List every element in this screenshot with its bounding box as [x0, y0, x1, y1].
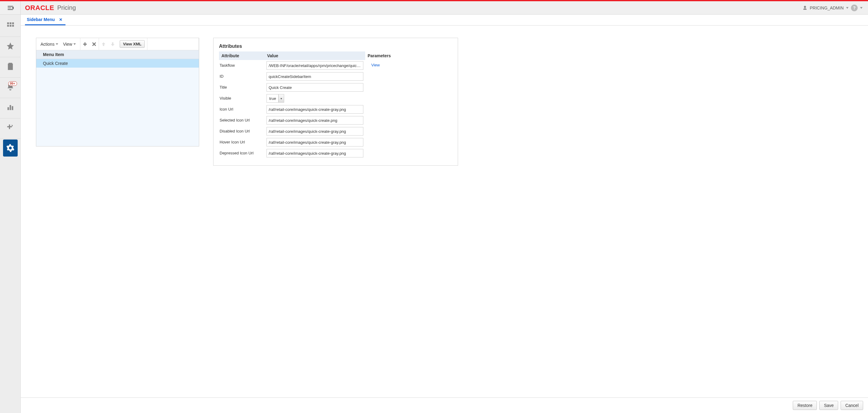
bar-chart-icon	[6, 103, 14, 112]
attr-input[interactable]	[267, 127, 363, 135]
rail-divider	[0, 77, 21, 78]
attr-select-value: true	[267, 96, 278, 101]
arrow-down-icon	[110, 41, 116, 47]
attr-value-cell	[265, 82, 365, 93]
restore-button[interactable]: Restore	[793, 401, 817, 410]
param-cell	[365, 137, 451, 148]
gear-icon	[6, 144, 14, 152]
menu-row-label: Quick Create	[43, 61, 68, 66]
rail-divider	[0, 36, 21, 37]
svg-rect-4	[9, 25, 11, 27]
delete-button[interactable]	[90, 38, 99, 50]
notification-badge: 99+	[8, 81, 17, 86]
attr-select[interactable]: true▾	[267, 94, 284, 103]
param-cell	[365, 82, 451, 93]
attr-value-cell	[265, 104, 365, 115]
rail-divider	[0, 57, 21, 57]
caret-down-icon	[73, 43, 76, 45]
menu-toolbar: Actions View	[36, 38, 199, 50]
tab-label: Sidebar Menu	[27, 17, 55, 22]
attr-input[interactable]	[267, 105, 363, 114]
caret-down-icon	[846, 7, 848, 9]
attr-label: Disabled Icon Url	[219, 126, 265, 137]
tab-close-icon[interactable]: ✕	[59, 18, 62, 22]
param-cell	[365, 148, 451, 159]
attributes-grid: Attribute Value Parameters TaskflowViewI…	[219, 52, 451, 159]
nav-collapse-button[interactable]	[0, 1, 21, 14]
view-label: View	[63, 42, 72, 46]
left-rail: 99+	[0, 14, 21, 413]
attr-label: Selected Icon Url	[219, 115, 265, 126]
attr-label: Taskflow	[219, 60, 265, 71]
rail-quick-create-button[interactable]	[3, 119, 18, 136]
param-cell	[365, 126, 451, 137]
plus-icon	[82, 41, 88, 47]
arrow-up-icon	[101, 41, 106, 47]
attr-label: Title	[219, 82, 265, 93]
attr-value-cell	[265, 115, 365, 126]
menu-rows: Quick Create	[36, 59, 199, 146]
attr-label: Visible	[219, 93, 265, 104]
app-title: Pricing	[57, 4, 76, 11]
tab-sidebar-menu[interactable]: Sidebar Menu ✕	[25, 15, 65, 25]
svg-rect-8	[11, 106, 13, 110]
actions-label: Actions	[40, 42, 55, 46]
attr-input[interactable]	[267, 138, 363, 147]
chevron-down-icon: ▾	[278, 94, 284, 102]
attr-value-cell: true▾	[265, 93, 365, 104]
attr-label: ID	[219, 71, 265, 82]
param-cell	[365, 115, 451, 126]
param-view-link[interactable]: View	[371, 63, 380, 67]
menu-row[interactable]: Quick Create	[36, 59, 199, 68]
footer: Restore Save Cancel	[21, 398, 868, 413]
attr-input[interactable]	[267, 83, 363, 92]
save-button[interactable]: Save	[819, 401, 838, 410]
move-down-button[interactable]	[108, 38, 117, 50]
content: Actions View	[21, 26, 868, 398]
help-icon[interactable]: ?	[851, 5, 858, 11]
view-menu[interactable]: View	[61, 38, 78, 50]
rail-divider	[0, 98, 21, 98]
rail-apps-button[interactable]	[3, 17, 18, 34]
rail-tasks-button[interactable]	[3, 58, 18, 75]
cancel-button[interactable]: Cancel	[841, 401, 863, 410]
actions-menu[interactable]: Actions	[38, 38, 61, 50]
param-cell	[365, 104, 451, 115]
star-icon	[6, 42, 14, 50]
attr-label: Icon Url	[219, 104, 265, 115]
svg-rect-6	[7, 107, 9, 110]
rail-notifications-button[interactable]: 99+	[3, 78, 18, 95]
user-menu[interactable]: PRICING_ADMIN ?	[803, 5, 868, 11]
attr-value-cell	[265, 71, 365, 82]
svg-rect-5	[12, 25, 14, 27]
nav-collapse-icon	[6, 4, 14, 12]
rail-settings-button[interactable]	[3, 139, 18, 157]
panels: Actions View	[36, 38, 859, 166]
attributes-title: Attributes	[219, 43, 451, 49]
grid-icon	[6, 21, 14, 30]
attr-value-cell	[265, 126, 365, 137]
attr-input[interactable]	[267, 72, 363, 81]
user-icon	[803, 5, 807, 10]
move-up-button[interactable]	[99, 38, 108, 50]
rail-favorites-button[interactable]	[3, 37, 18, 55]
add-button[interactable]	[81, 38, 90, 50]
col-parameters: Parameters	[365, 52, 451, 60]
rail-reports-button[interactable]	[3, 99, 18, 116]
col-attribute: Attribute	[219, 52, 265, 60]
username: PRICING_ADMIN	[810, 5, 844, 10]
svg-rect-0	[7, 23, 9, 24]
svg-rect-1	[9, 23, 11, 24]
attr-value-cell	[265, 60, 365, 71]
attr-value-cell	[265, 148, 365, 159]
app-root: ORACLE Pricing PRICING_ADMIN ?	[0, 0, 868, 413]
brand: ORACLE Pricing	[21, 4, 76, 12]
clipboard-check-icon	[6, 62, 14, 71]
attr-input[interactable]	[267, 61, 363, 70]
rail-divider	[0, 118, 21, 119]
attr-input[interactable]	[267, 149, 363, 157]
app-header: ORACLE Pricing PRICING_ADMIN ?	[0, 1, 868, 14]
attr-input[interactable]	[267, 116, 363, 125]
attributes-panel: Attributes Attribute Value Parameters Ta…	[213, 38, 458, 166]
view-xml-button[interactable]: View XML	[120, 40, 145, 48]
